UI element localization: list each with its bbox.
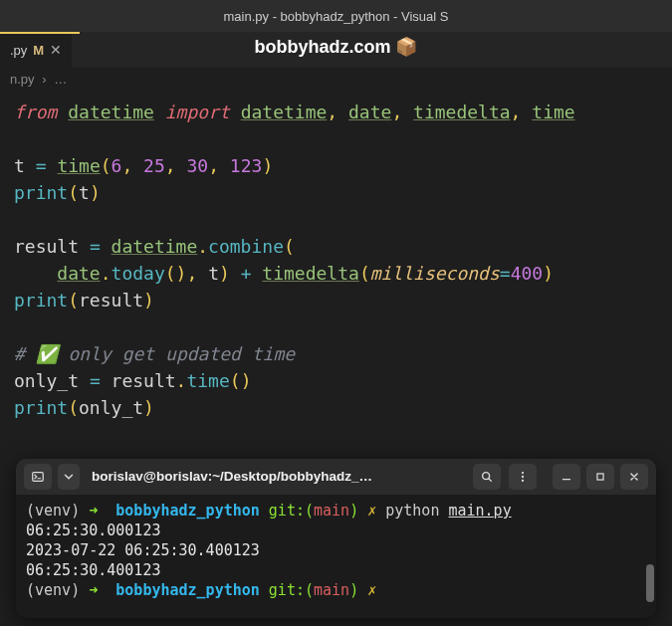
terminal-window: borislav@borislav:~/Desktop/bobbyhadz_… … — [16, 459, 656, 618]
menu-button[interactable] — [509, 464, 537, 490]
close-icon[interactable]: ✕ — [50, 42, 62, 58]
scrollbar-thumb[interactable] — [646, 564, 654, 602]
window-titlebar: main.py - bobbyhadz_python - Visual S — [0, 0, 672, 32]
dropdown-button[interactable] — [58, 464, 80, 490]
svg-point-4 — [522, 480, 524, 482]
search-button[interactable] — [473, 464, 501, 490]
tabs-row: .py M ✕ bobbyhadz.com 📦 — [0, 32, 672, 68]
terminal-title: borislav@borislav:~/Desktop/bobbyhadz_… — [88, 467, 465, 487]
close-icon — [627, 470, 641, 484]
breadcrumb[interactable]: n.py › … — [0, 68, 672, 91]
maximize-button[interactable] — [586, 464, 614, 490]
terminal-icon — [31, 470, 45, 484]
tab-filename: .py — [10, 43, 27, 58]
code-editor[interactable]: from datetime import datetime, date, tim… — [0, 91, 672, 429]
close-button[interactable] — [620, 464, 648, 490]
chevron-down-icon — [62, 470, 76, 484]
maximize-icon — [593, 470, 607, 484]
svg-rect-5 — [597, 474, 603, 480]
kebab-icon — [516, 470, 530, 484]
minimize-icon — [560, 470, 573, 484]
window-title: main.py - bobbyhadz_python - Visual S — [224, 9, 449, 24]
terminal-header: borislav@borislav:~/Desktop/bobbyhadz_… — [16, 459, 656, 495]
svg-rect-0 — [33, 473, 44, 482]
site-banner: bobbyhadz.com 📦 — [254, 36, 417, 58]
svg-point-2 — [522, 472, 524, 474]
tab-modified-marker: M — [33, 43, 44, 58]
terminal-body[interactable]: (venv) ➜ bobbyhadz_python git:(main) ✗ p… — [16, 495, 656, 606]
tab-main-py[interactable]: .py M ✕ — [0, 32, 72, 68]
search-icon — [480, 470, 494, 484]
svg-point-3 — [522, 476, 524, 478]
minimize-button[interactable] — [553, 464, 580, 490]
new-tab-button[interactable] — [24, 464, 52, 490]
